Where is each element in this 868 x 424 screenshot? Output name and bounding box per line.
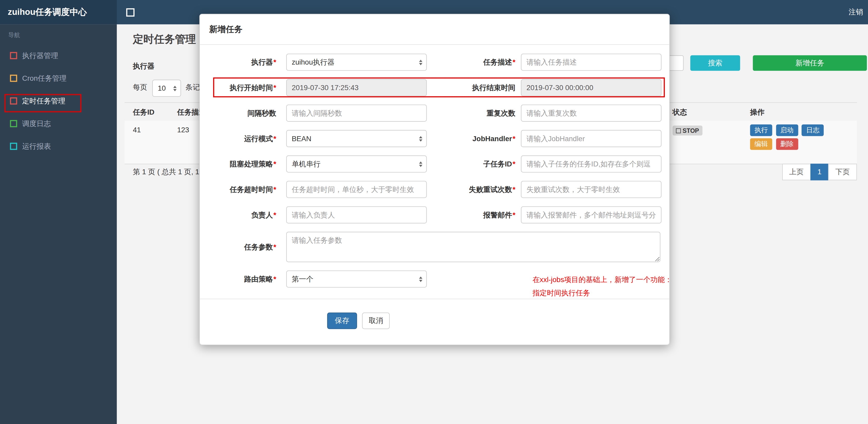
block-strategy-label: 阻塞处理策略* <box>209 159 276 169</box>
executor-filter-label: 执行器 <box>133 59 155 74</box>
run-mode-select[interactable]: BEAN <box>286 130 427 147</box>
block-strategy-select[interactable]: 单机串行 <box>286 156 427 173</box>
modal-footer: 保存 取消 <box>200 299 670 345</box>
block-strategy-select-value: 单机串行 <box>292 159 320 169</box>
executor-select-value: zuihou执行器 <box>292 57 334 67</box>
column-header-job-id: 任务ID <box>133 103 155 121</box>
end-time-label: 执行结束时间 <box>427 83 515 93</box>
executor-label: 执行器* <box>209 57 276 67</box>
timeout-input[interactable] <box>286 181 427 198</box>
owner-label: 负责人* <box>209 210 276 220</box>
child-job-id-input[interactable] <box>521 156 661 173</box>
start-time-input[interactable] <box>286 79 427 96</box>
interval-label: 间隔秒数 <box>209 108 276 118</box>
logout-link[interactable]: 注销 <box>849 7 863 17</box>
square-icon <box>10 97 17 105</box>
sidebar-item-timed-job-manage[interactable]: 定时任务管理 <box>0 90 117 112</box>
repeat-count-input[interactable] <box>521 104 661 122</box>
alarm-email-input[interactable] <box>521 206 661 224</box>
status-text: STOP <box>683 127 699 134</box>
sidebar-item-dispatch-log[interactable]: 调度日志 <box>0 112 117 135</box>
form-row-owner-email: 负责人* 报警邮件* <box>209 206 660 224</box>
square-icon <box>10 143 17 150</box>
per-page-select[interactable]: 10 <box>152 80 181 97</box>
cancel-button[interactable]: 取消 <box>362 313 390 329</box>
sidebar-nav: 执行器管理 Cron任务管理 定时任务管理 调度日志 运行报表 <box>0 44 117 158</box>
form-row-job-param: 任务参数* <box>209 232 660 262</box>
cell-job-id: 41 <box>133 126 141 134</box>
sidebar-toggle-icon[interactable] <box>126 8 134 17</box>
job-handler-input[interactable] <box>521 130 661 147</box>
save-button[interactable]: 保存 <box>327 313 357 329</box>
fail-retry-label: 失败重试次数* <box>427 185 515 194</box>
select-arrows-icon <box>173 86 177 91</box>
sidebar-item-label: Cron任务管理 <box>22 73 66 83</box>
sidebar-item-run-report[interactable]: 运行报表 <box>0 135 117 158</box>
form-row-time-range: 执行开始时间* 执行结束时间 <box>209 79 660 96</box>
job-param-textarea[interactable] <box>286 232 660 262</box>
route-strategy-label: 路由策略* <box>209 274 276 284</box>
job-desc-input[interactable] <box>521 54 661 71</box>
prev-page-button[interactable]: 上页 <box>782 164 811 181</box>
add-job-modal: 新增任务 执行器* zuihou执行器 任务描述* 执行开始时间* 执行结束时间 <box>199 14 670 345</box>
select-arrows-icon <box>419 161 423 167</box>
owner-input[interactable] <box>286 206 427 224</box>
run-mode-label: 运行模式* <box>209 134 276 143</box>
add-job-button[interactable]: 新增任务 <box>753 55 867 71</box>
feature-note-line1: 在xxl-jobs项目的基础上，新增了一个功能： <box>532 273 678 287</box>
square-icon <box>10 52 17 59</box>
next-page-button[interactable]: 下页 <box>828 164 857 181</box>
modal-title: 新增任务 <box>209 24 242 34</box>
execute-button[interactable]: 执行 <box>750 125 772 136</box>
alarm-email-label: 报警邮件* <box>427 210 515 220</box>
search-button[interactable]: 搜索 <box>690 55 740 71</box>
app-brand: zuihou任务调度中心 <box>0 0 117 24</box>
cell-actions: 执行 启动 日志 编辑 删除 <box>750 125 826 152</box>
sidebar-item-label: 调度日志 <box>22 119 51 129</box>
form-row-runmode-handler: 运行模式* BEAN JobHandler* <box>209 130 660 147</box>
modal-header: 新增任务 <box>200 14 670 45</box>
job-handler-label: JobHandler* <box>427 134 515 143</box>
square-icon <box>10 75 17 82</box>
start-button[interactable]: 启动 <box>776 125 798 136</box>
repeat-count-label: 重复次数 <box>427 108 515 118</box>
sidebar-item-cron-job-manage[interactable]: Cron任务管理 <box>0 67 117 90</box>
timeout-label: 任务超时时间* <box>209 185 276 194</box>
per-page-value: 10 <box>158 84 166 93</box>
interval-input[interactable] <box>286 104 427 122</box>
select-arrows-icon <box>419 136 423 141</box>
route-strategy-select-value: 第一个 <box>292 274 313 284</box>
route-strategy-select[interactable]: 第一个 <box>286 270 427 288</box>
job-desc-label: 任务描述* <box>427 57 515 67</box>
sidebar-item-label: 运行报表 <box>22 141 51 151</box>
sidebar: 导航 执行器管理 Cron任务管理 定时任务管理 调度日志 运行报表 <box>0 24 117 424</box>
per-page-label: 每页 <box>133 80 147 95</box>
pagination-summary: 第 1 页 ( 总共 1 页, 1 <box>133 167 199 177</box>
executor-select[interactable]: zuihou执行器 <box>286 54 427 71</box>
square-icon <box>10 120 17 127</box>
form-row-timeout-retry: 任务超时时间* 失败重试次数* <box>209 181 660 198</box>
start-time-label: 执行开始时间* <box>209 83 276 93</box>
run-mode-select-value: BEAN <box>292 134 311 143</box>
app-viewport: zuihou任务调度中心 注销 导航 执行器管理 Cron任务管理 定时任务管理… <box>0 0 868 424</box>
select-arrows-icon <box>419 276 423 282</box>
feature-note-line2: 指定时间执行任务 <box>532 287 678 300</box>
column-header-actions: 操作 <box>750 103 765 121</box>
form-row-interval-repeat: 间隔秒数 重复次数 <box>209 104 660 122</box>
sidebar-item-label: 定时任务管理 <box>22 96 65 106</box>
feature-note: 在xxl-jobs项目的基础上，新增了一个功能： 指定时间执行任务 <box>532 273 678 300</box>
select-arrows-icon <box>419 59 423 65</box>
pager: 上页 1 下页 <box>782 164 857 181</box>
nav-section-label: 导航 <box>0 24 117 44</box>
end-time-input[interactable] <box>521 79 661 96</box>
edit-button[interactable]: 编辑 <box>750 138 772 150</box>
current-page-button[interactable]: 1 <box>810 164 829 181</box>
sidebar-item-executor-manage[interactable]: 执行器管理 <box>0 44 117 67</box>
modal-body: 执行器* zuihou执行器 任务描述* 执行开始时间* 执行结束时间 间隔秒数… <box>200 45 670 288</box>
cell-job-desc: 123 <box>177 126 189 134</box>
fail-retry-input[interactable] <box>521 181 661 198</box>
delete-button[interactable]: 删除 <box>776 138 798 150</box>
log-button[interactable]: 日志 <box>802 125 824 136</box>
form-row-route-strategy: 路由策略* 第一个 在xxl-jobs项目的基础上，新增了一个功能： 指定时间执… <box>209 270 660 288</box>
status-badge: STOP <box>673 126 702 135</box>
